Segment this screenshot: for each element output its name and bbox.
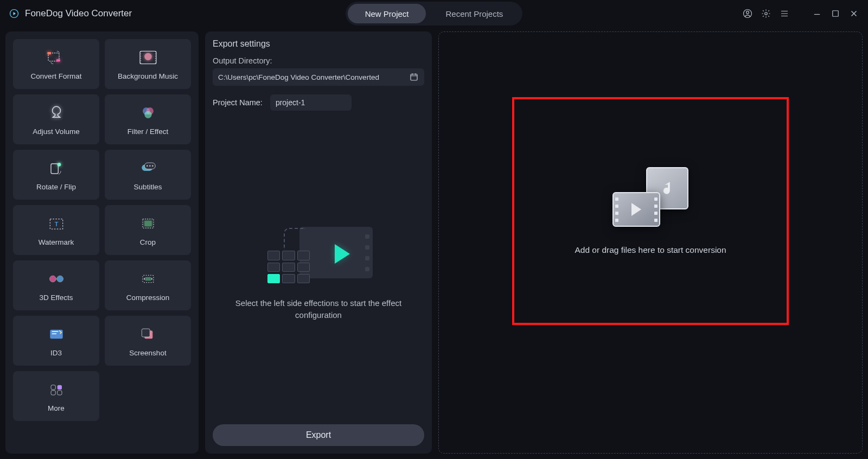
svg-point-12: [144, 111, 151, 118]
svg-point-18: [149, 165, 151, 167]
main-layout: Convert Format Background Music Adjust V…: [0, 27, 868, 459]
svg-rect-6: [47, 52, 51, 54]
tab-recent-projects[interactable]: Recent Projects: [428, 4, 520, 23]
svg-point-19: [152, 165, 154, 167]
svg-point-14: [57, 163, 61, 167]
svg-rect-31: [51, 385, 55, 389]
tool-subtitles[interactable]: Subtitles: [105, 150, 191, 200]
tool-convert-format[interactable]: Convert Format: [13, 39, 99, 89]
filter-effect-icon: [137, 104, 159, 122]
screenshot-icon: [137, 325, 159, 343]
background-music-icon: [137, 48, 159, 67]
project-name-row: Project Name:: [213, 94, 424, 111]
tool-adjust-volume[interactable]: Adjust Volume: [13, 94, 99, 144]
tool-label: Screenshot: [129, 349, 166, 357]
svg-rect-33: [51, 390, 55, 394]
video-file-icon: [612, 192, 660, 227]
watermark-icon: T: [46, 214, 67, 233]
effect-placeholder-illustration: [264, 227, 373, 286]
svg-rect-13: [51, 163, 58, 173]
effect-placeholder: Select the left side effections to start…: [213, 124, 424, 424]
tool-label: Watermark: [39, 238, 74, 246]
tool-label: Background Music: [118, 72, 178, 80]
export-panel: Export settings Output Directory: C:\Use…: [205, 31, 432, 454]
tool-label: Convert Format: [31, 72, 82, 80]
tool-label: ID3: [50, 349, 62, 357]
dropzone-illustration: [612, 167, 688, 227]
tool-3d-effects[interactable]: 3D Effects: [13, 260, 99, 310]
svg-rect-28: [50, 329, 62, 339]
project-name-input[interactable]: [270, 94, 352, 111]
project-name-label: Project Name:: [213, 98, 263, 107]
tool-panel: Convert Format Background Music Adjust V…: [5, 31, 199, 454]
threed-effects-icon: [46, 270, 67, 288]
tool-label: Subtitles: [134, 183, 162, 191]
export-settings-title: Export settings: [213, 39, 424, 49]
compression-icon: [137, 270, 159, 288]
dropzone-panel: Add or drag files here to start conversi…: [438, 31, 863, 454]
file-dropzone[interactable]: Add or drag files here to start conversi…: [512, 97, 789, 325]
crop-icon: [137, 214, 159, 233]
dropzone-label: Add or drag files here to start conversi…: [575, 245, 726, 255]
tool-background-music[interactable]: Background Music: [105, 39, 191, 89]
tool-more[interactable]: More: [13, 371, 99, 421]
tab-new-project[interactable]: New Project: [348, 4, 426, 23]
tool-screenshot[interactable]: Screenshot: [105, 316, 191, 366]
tool-filter-effect[interactable]: Filter / Effect: [105, 94, 191, 144]
svg-point-24: [49, 276, 56, 282]
id3-icon: [46, 325, 67, 343]
effect-placeholder-hint: Select the left side effections to start…: [234, 297, 403, 321]
svg-rect-27: [145, 277, 151, 280]
svg-point-25: [56, 276, 63, 282]
svg-rect-30: [142, 329, 150, 337]
tool-label: 3D Effects: [39, 294, 73, 302]
svg-rect-7: [56, 59, 60, 61]
adjust-volume-icon: [46, 104, 67, 122]
svg-text:T: T: [54, 220, 58, 227]
export-button[interactable]: Export: [213, 424, 424, 446]
browse-folder-icon[interactable]: [409, 72, 419, 82]
output-directory-value: C:\Users\pc\FoneDog Video Converter\Conv…: [218, 73, 379, 81]
svg-rect-32: [57, 385, 61, 389]
tool-rotate-flip[interactable]: Rotate / Flip: [13, 150, 99, 200]
output-directory-label: Output Directory:: [213, 56, 424, 65]
tool-watermark[interactable]: T Watermark: [13, 205, 99, 255]
svg-point-17: [146, 165, 148, 167]
svg-rect-23: [144, 221, 151, 226]
tool-label: More: [48, 404, 65, 412]
subtitles-icon: [137, 159, 159, 177]
svg-rect-35: [411, 74, 417, 80]
output-directory-field[interactable]: C:\Users\pc\FoneDog Video Converter\Conv…: [213, 68, 424, 86]
convert-format-icon: [46, 48, 67, 67]
more-icon: [46, 380, 67, 399]
tool-label: Filter / Effect: [127, 127, 169, 136]
tool-compression[interactable]: Compression: [105, 260, 191, 310]
tool-id3[interactable]: ID3: [13, 316, 99, 366]
svg-point-9: [144, 53, 151, 60]
rotate-flip-icon: [46, 159, 67, 177]
tool-label: Compression: [126, 294, 170, 302]
tab-group: New Project Recent Projects: [0, 2, 868, 25]
tool-label: Rotate / Flip: [36, 183, 76, 191]
titlebar: FoneDog Video Converter New Project Rece…: [0, 0, 868, 27]
tool-label: Crop: [140, 238, 156, 246]
tool-crop[interactable]: Crop: [105, 205, 191, 255]
svg-rect-34: [57, 390, 61, 394]
tool-label: Adjust Volume: [33, 127, 79, 136]
